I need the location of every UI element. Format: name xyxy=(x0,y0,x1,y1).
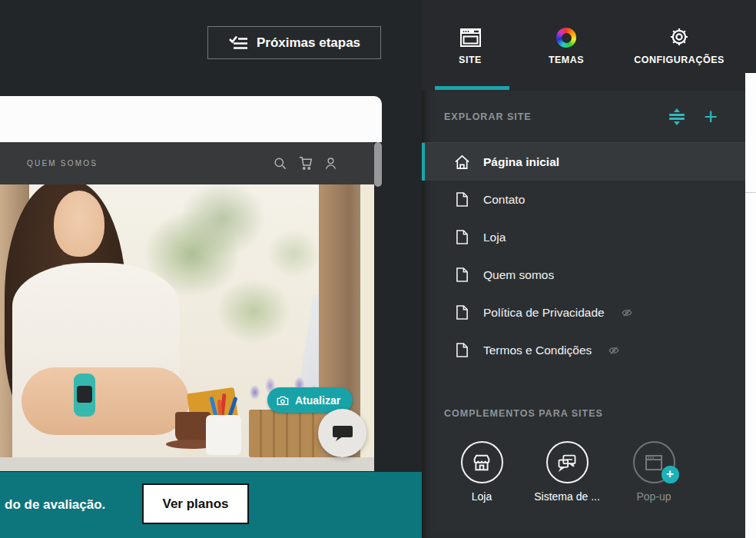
addon-label: Sistema de ... xyxy=(524,490,610,503)
gear-icon xyxy=(608,23,750,48)
page-label: Política de Privacidade xyxy=(483,306,605,320)
page-icon xyxy=(453,267,470,283)
addon-sistema-de-chat[interactable]: Sistema de ... xyxy=(524,441,610,503)
addon-label: Pop-up xyxy=(611,490,697,503)
search-icon[interactable] xyxy=(273,156,287,171)
page-row-politica-de-privacidade[interactable]: Política de Privacidade xyxy=(422,294,756,331)
explore-site-title: EXPLORAR SITE xyxy=(444,111,532,122)
panel-divider xyxy=(745,192,756,193)
page-label: Termos e Condições xyxy=(483,344,592,357)
page-icon xyxy=(453,342,470,358)
home-icon xyxy=(453,154,470,170)
page-icon xyxy=(453,229,470,245)
chat-widget-button[interactable] xyxy=(318,409,366,457)
woman-face xyxy=(54,191,104,257)
nav-link-quem-somos[interactable]: QUEM SOMOS xyxy=(27,159,98,168)
page-row-loja[interactable]: Loja xyxy=(422,218,756,256)
add-addon-badge[interactable]: + xyxy=(662,466,679,483)
pages-list: Página inicial Contato Loja Quem somos P xyxy=(422,143,756,369)
site-footer-strip xyxy=(0,457,374,471)
tab-configuracoes-label: CONFIGURAÇÕES xyxy=(608,55,750,65)
account-icon[interactable] xyxy=(323,156,338,171)
page-label: Loja xyxy=(483,231,506,244)
trial-text: do de avaliação. xyxy=(5,497,105,513)
page-row-quem-somos[interactable]: Quem somos xyxy=(422,256,756,294)
page-row-pagina-inicial[interactable]: Página inicial xyxy=(422,143,756,181)
storefront-icon xyxy=(461,441,503,483)
editor-sidebar: SITE TEMAS CONFIGURAÇÕES EXPLORAR SITE xyxy=(422,0,756,538)
addons-section-title: COMPLEMENTOS PARA SITES xyxy=(444,408,603,419)
page-label: Contato xyxy=(483,193,525,207)
explore-site-header: EXPLORAR SITE + xyxy=(422,91,756,143)
tab-temas-label: TEMAS xyxy=(536,55,597,65)
woman-arms xyxy=(22,367,189,435)
page-icon xyxy=(453,304,470,320)
watch-face xyxy=(77,386,92,403)
site-header-strip xyxy=(0,96,382,142)
editor-canvas: Próximas etapas QUEM SOMOS xyxy=(0,0,422,538)
update-label: Atualizar xyxy=(295,394,340,407)
site-hero-image xyxy=(0,184,374,457)
color-wheel-icon xyxy=(536,23,597,48)
page-label: Página inicial xyxy=(483,155,559,169)
background-panel-edge xyxy=(745,73,756,538)
tab-site-label: SITE xyxy=(449,55,492,65)
site-navbar: QUEM SOMOS xyxy=(0,142,374,184)
addon-label: Loja xyxy=(439,490,525,503)
page-row-contato[interactable]: Contato xyxy=(422,181,756,218)
site-preview-window: QUEM SOMOS xyxy=(0,96,382,471)
trial-banner: do de avaliação. Ver planos xyxy=(0,472,422,538)
chat-bubbles-icon xyxy=(546,441,589,483)
addon-loja[interactable]: Loja xyxy=(439,441,525,503)
page-label: Quem somos xyxy=(483,268,554,282)
sidebar-tabbar: SITE TEMAS CONFIGURAÇÕES xyxy=(422,0,756,91)
pen-cup xyxy=(206,415,241,455)
addon-popup[interactable]: + Pop-up xyxy=(611,441,697,503)
popup-window-icon: + xyxy=(633,441,675,483)
cart-icon[interactable] xyxy=(297,156,313,171)
add-page-icon[interactable]: + xyxy=(704,108,718,125)
hidden-page-icon[interactable] xyxy=(608,344,620,357)
active-tab-underline xyxy=(435,86,509,90)
see-plans-button[interactable]: Ver planos xyxy=(142,483,249,524)
hidden-page-icon[interactable] xyxy=(621,307,633,319)
reorder-pages-icon[interactable] xyxy=(667,108,687,125)
checklist-icon xyxy=(228,35,248,51)
page-icon xyxy=(453,191,470,208)
window-edge xyxy=(360,184,374,457)
wooden-crate xyxy=(249,410,321,457)
next-steps-label: Próximas etapas xyxy=(257,35,360,51)
chat-bubble-icon xyxy=(331,423,354,443)
preview-scrollbar-thumb[interactable] xyxy=(374,142,382,187)
tab-configuracoes[interactable]: CONFIGURAÇÕES xyxy=(608,23,750,65)
tab-site[interactable]: SITE xyxy=(449,23,492,65)
tab-temas[interactable]: TEMAS xyxy=(536,23,597,65)
browser-window-icon xyxy=(449,23,492,48)
next-steps-button[interactable]: Próximas etapas xyxy=(207,26,381,59)
camera-icon xyxy=(277,395,289,406)
active-page-bar xyxy=(422,143,425,181)
page-row-termos-e-condicoes[interactable]: Termos e Condições xyxy=(422,331,756,369)
